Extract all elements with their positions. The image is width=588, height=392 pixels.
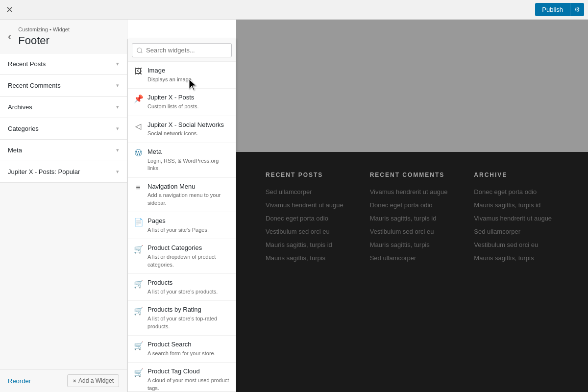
wordpress-icon: Ⓦ [134,148,143,158]
search-input[interactable] [132,43,232,57]
menu-icon: ≡ [134,183,143,192]
footer-link[interactable]: Vestibulum sed orci eu [370,228,455,235]
footer-link[interactable]: Mauris sagittis, turpis [370,241,455,248]
chevron-down-icon: ▾ [116,82,119,89]
footer-link[interactable]: Mauris sagittis, turpis [266,254,350,262]
cart-icon: 🛒 [134,368,143,377]
footer-link[interactable]: Vivamus hendrerit ut augue [474,215,559,222]
widget-option-product-search[interactable]: 🛒 Product Search A search form for your … [128,336,236,363]
add-widget-button[interactable]: ✕ Add a Widget [67,374,119,387]
widget-option-pages[interactable]: 📄 Pages A list of your site's Pages. [128,212,236,239]
preview-footer: RECENT POSTS Sed ullamcorper Vivamus hen… [236,152,588,392]
footer-link[interactable]: Mauris sagittis, turpis id [474,201,559,209]
widget-option-image[interactable]: 🖼 Image Displays an image. [128,62,236,89]
footer-link[interactable]: Mauris sagittis, turpis [474,254,559,262]
widget-item-meta[interactable]: Meta ▾ [0,140,127,161]
widget-option-meta[interactable]: Ⓦ Meta Login, RSS, & WordPress.org links… [128,143,236,178]
widget-dropdown-panel: 🖼 Image Displays an image. 📌 Jupiter X -… [127,39,236,392]
widget-item-recent-posts[interactable]: Recent Posts ▾ [0,53,127,75]
sidebar-header: ‹ Customizing • Widget Footer [0,20,127,53]
sidebar-title: Footer [18,34,70,47]
footer-link[interactable]: Donec eget porta odio [370,201,455,209]
back-button[interactable]: ‹ [8,30,14,43]
widget-option-product-categories[interactable]: 🛒 Product Categories A list or dropdown … [128,239,236,274]
share-icon: ◁ [134,122,143,131]
cart-icon: 🛒 [134,245,143,254]
footer-link[interactable]: Mauris sagittis, turpis id [266,241,350,248]
footer-link[interactable]: Sed ullamcorper [266,188,350,196]
widget-option-nav-menu[interactable]: ≡ Navigation Menu Add a navigation menu … [128,178,236,213]
pages-icon: 📄 [134,218,143,227]
add-icon: ✕ [73,378,76,384]
image-icon: 🖼 [134,67,143,76]
chevron-down-icon: ▾ [116,104,119,110]
widget-item-categories[interactable]: Categories ▾ [0,118,127,140]
cart-icon: 🛒 [134,279,143,289]
publish-button[interactable]: Publish [535,3,570,16]
chevron-down-icon: ▾ [116,61,119,67]
widget-option-product-tag-cloud[interactable]: 🛒 Product Tag Cloud A cloud of your most… [128,363,236,392]
settings-button[interactable]: ⚙ [570,3,584,16]
widget-option-jupiter-posts[interactable]: 📌 Jupiter X - Posts Custom lists of post… [128,89,236,116]
pushpin-icon: 📌 [134,94,143,103]
search-wrap [128,39,236,62]
widget-option-jupiter-social[interactable]: ◁ Jupiter X - Social Networks Social net… [128,116,236,143]
footer-link[interactable]: Mauris sagittis, turpis id [370,215,455,222]
widget-item-jupiter-posts[interactable]: Jupiter X - Posts: Popular ▾ [0,161,127,183]
widget-list: Recent Posts ▾ Recent Comments ▾ Archive… [0,53,127,369]
footer-link[interactable]: Sed ullamcorper [370,254,455,262]
cart-icon: 🛒 [134,306,143,316]
footer-col-archive: ARCHIVE Donec eget porta odio Mauris sag… [474,172,559,377]
widget-option-products[interactable]: 🛒 Products A list of your store's produc… [128,274,236,301]
breadcrumb: Customizing • Widget [18,26,70,32]
chevron-down-icon: ▾ [116,125,119,132]
sidebar-actions: Reorder ✕ Add a Widget [0,369,127,392]
footer-link[interactable]: Vivamus hendrerit ut augue [266,201,350,209]
widget-item-archives[interactable]: Archives ▾ [0,97,127,118]
footer-col-recent-comments: RECENT COMMENTS Vivamus hendrerit ut aug… [370,172,455,377]
chevron-down-icon: ▾ [116,169,119,175]
chevron-down-icon: ▾ [116,147,119,153]
footer-link[interactable]: Vivamus hendrerit ut augue [370,188,455,196]
footer-link[interactable]: Vestibulum sed orci eu [266,228,350,235]
main-area: ‹ Customizing • Widget Footer Recent Pos… [0,20,588,392]
footer-link[interactable]: Vestibulum sed orci eu [474,241,559,248]
footer-link[interactable]: Donec eget porta odio [266,215,350,222]
preview-area: RECENT POSTS Sed ullamcorper Vivamus hen… [236,20,588,392]
cart-icon: 🛒 [134,341,143,350]
footer-link[interactable]: Sed ullamcorper [474,228,559,235]
widget-item-recent-comments[interactable]: Recent Comments ▾ [0,75,127,97]
top-bar: ✕ Publish ⚙ [0,0,588,20]
widget-option-products-rating[interactable]: 🛒 Products by Rating A list of your stor… [128,301,236,336]
widget-dropdown-list: 🖼 Image Displays an image. 📌 Jupiter X -… [128,62,236,392]
preview-top-area [236,20,588,152]
footer-link[interactable]: Donec eget porta odio [474,188,559,196]
left-sidebar: ‹ Customizing • Widget Footer Recent Pos… [0,20,127,392]
reorder-link[interactable]: Reorder [8,377,31,385]
close-button[interactable]: ✕ [4,3,15,16]
footer-col-recent-posts: RECENT POSTS Sed ullamcorper Vivamus hen… [266,172,350,377]
